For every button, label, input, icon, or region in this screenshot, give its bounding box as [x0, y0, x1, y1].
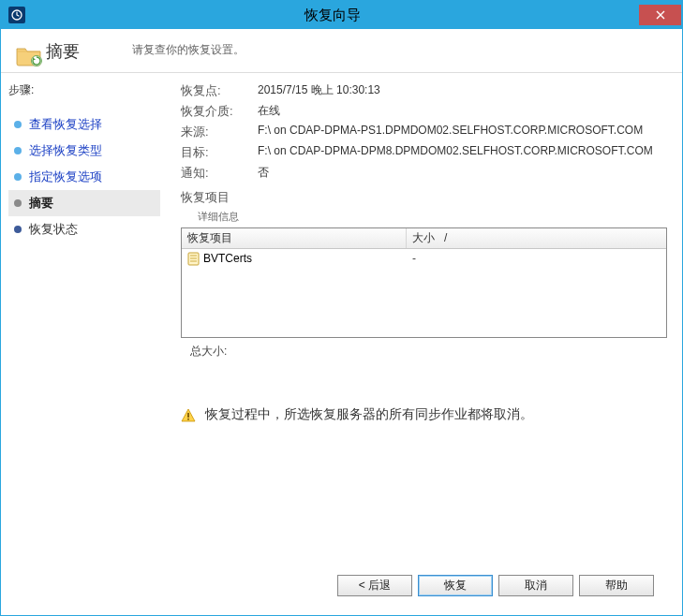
row-source: 来源: F:\ on CDAP-DPMA-PS1.DPMDOM02.SELFHO…: [181, 124, 667, 140]
row-target: 目标: F:\ on CDAP-DPMA-DPM8.DPMDOM02.SELFH…: [181, 144, 667, 161]
step-bullet-icon: [14, 226, 22, 233]
label: 恢复点:: [181, 82, 258, 99]
folder-item-icon: [187, 252, 200, 266]
value: 在线: [258, 103, 667, 120]
step-bullet-icon: [14, 147, 22, 154]
step-bullet-icon: [14, 173, 22, 181]
total-size-row: 总大小:: [181, 344, 667, 359]
step-label: 摘要: [29, 195, 53, 212]
row-notify: 通知: 否: [181, 165, 667, 182]
svg-rect-4: [187, 418, 189, 420]
step-summary[interactable]: 摘要: [8, 190, 160, 216]
recover-button[interactable]: 恢复: [418, 575, 493, 596]
app-icon: [8, 7, 25, 23]
back-button[interactable]: < 后退: [337, 575, 412, 596]
step-link[interactable]: 选择恢复类型: [29, 142, 102, 159]
label: 目标:: [181, 144, 258, 161]
close-icon: [656, 10, 665, 20]
total-label: 总大小:: [190, 344, 256, 359]
details-label: 详细信息: [198, 210, 667, 224]
wizard-window: 恢复向导 摘要 请复查你的恢复设置。 步骤: 查看恢复选择: [0, 0, 683, 616]
table-header[interactable]: 恢复项目 大小 /: [182, 228, 666, 249]
step-recovery-status[interactable]: 恢复状态: [8, 216, 160, 242]
recovery-items-label: 恢复项目: [181, 189, 667, 206]
close-button[interactable]: [639, 5, 681, 25]
col-item[interactable]: 恢复项目: [182, 228, 407, 248]
item-name: BVTCerts: [203, 252, 252, 265]
warning-text: 恢复过程中，所选恢复服务器的所有同步作业都将取消。: [205, 406, 533, 423]
page-subheading: 请复查你的恢复设置。: [132, 42, 245, 58]
row-media: 恢复介质: 在线: [181, 103, 667, 120]
svg-rect-2: [188, 253, 199, 265]
col-size[interactable]: 大小 /: [407, 230, 666, 246]
value: F:\ on CDAP-DPMA-DPM8.DPMDOM02.SELFHOST.…: [258, 144, 667, 161]
step-link[interactable]: 指定恢复选项: [29, 169, 102, 185]
step-review-selection[interactable]: 查看恢复选择: [8, 111, 160, 138]
label: 通知:: [181, 165, 258, 182]
wizard-footer: < 后退 恢复 取消 帮助: [181, 567, 667, 608]
sort-indicator: /: [444, 231, 447, 244]
step-label: 恢复状态: [29, 221, 78, 238]
step-link[interactable]: 查看恢复选择: [29, 116, 102, 133]
window-title: 恢复向导: [25, 7, 639, 24]
value: 2015/7/15 晚上 10:30:13: [258, 82, 667, 99]
table-row[interactable]: BVTCerts -: [182, 249, 666, 268]
row-recovery-point: 恢复点: 2015/7/15 晚上 10:30:13: [181, 82, 667, 99]
value: 否: [258, 165, 667, 182]
page-heading: 摘要: [46, 40, 80, 63]
warning-icon: [181, 408, 196, 423]
help-button[interactable]: 帮助: [579, 575, 654, 596]
wizard-header: 摘要 请复查你的恢复设置。: [1, 29, 682, 73]
titlebar: 恢复向导: [1, 1, 682, 29]
step-bullet-icon: [14, 199, 22, 207]
steps-list: 查看恢复选择 选择恢复类型 指定恢复选项 摘要 恢复状态: [8, 111, 160, 242]
svg-rect-3: [187, 413, 189, 418]
wizard-body: 步骤: 查看恢复选择 选择恢复类型 指定恢复选项 摘要: [1, 73, 682, 615]
recovery-items-table: 恢复项目 大小 / BVTCerts -: [181, 227, 667, 338]
value: F:\ on CDAP-DPMA-PS1.DPMDOM02.SELFHOST.C…: [258, 124, 667, 140]
label: 恢复介质:: [181, 103, 258, 120]
folder-refresh-icon: [16, 44, 42, 66]
steps-sidebar: 步骤: 查看恢复选择 选择恢复类型 指定恢复选项 摘要: [1, 73, 168, 615]
item-size: -: [407, 252, 666, 265]
steps-label: 步骤:: [8, 82, 160, 98]
content-pane: 恢复点: 2015/7/15 晚上 10:30:13 恢复介质: 在线 来源: …: [168, 73, 682, 615]
cancel-button[interactable]: 取消: [498, 575, 573, 596]
step-select-type[interactable]: 选择恢复类型: [8, 138, 160, 164]
step-specify-options[interactable]: 指定恢复选项: [8, 164, 160, 190]
label: 来源:: [181, 124, 258, 140]
step-bullet-icon: [14, 121, 22, 128]
warning-row: 恢复过程中，所选恢复服务器的所有同步作业都将取消。: [181, 406, 667, 423]
